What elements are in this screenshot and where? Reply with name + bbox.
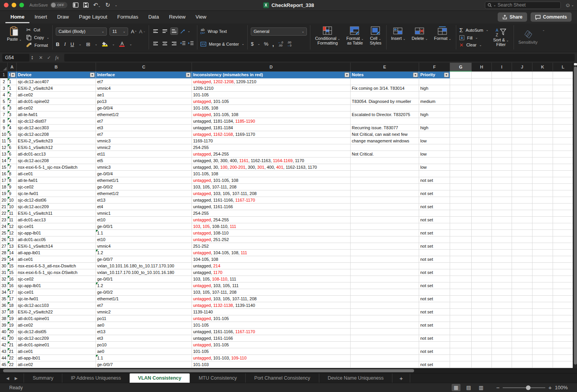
empty-cell[interactable]	[532, 151, 553, 157]
empty-cell[interactable]	[492, 276, 512, 282]
cell-interface[interactable]: ge-0/0/7	[96, 256, 192, 262]
cell-device[interactable]: atl-ce01	[17, 256, 96, 262]
cell-priority[interactable]: not set	[419, 269, 450, 276]
row-header-44[interactable]: 44	[0, 354, 8, 361]
empty-cell[interactable]	[492, 236, 512, 243]
ribbon-tab-insert[interactable]: Insert	[29, 11, 52, 23]
empty-cell[interactable]	[492, 348, 512, 354]
align-bottom-icon[interactable]	[171, 28, 178, 34]
delete-cells-button[interactable]: Delete ⌄	[410, 26, 430, 49]
zoom-window-button[interactable]	[19, 3, 24, 7]
cell-inconsistency[interactable]: untagged, 1161-1166, 1167-1170	[192, 197, 351, 203]
empty-cell[interactable]	[532, 164, 553, 170]
cell-notes[interactable]	[351, 104, 419, 111]
empty-cell[interactable]	[532, 210, 553, 216]
cell-interface[interactable]: et7	[96, 78, 192, 85]
cell-notes[interactable]	[351, 229, 419, 236]
empty-cell[interactable]	[512, 216, 532, 223]
cell-notes[interactable]	[351, 91, 419, 98]
empty-cell[interactable]	[450, 124, 472, 131]
empty-cell[interactable]	[553, 223, 573, 229]
cell-priority[interactable]	[419, 157, 450, 164]
cell-device[interactable]: atl-app-lb01	[17, 249, 96, 256]
cell-notes[interactable]: T83054. Diagnosed by rmueller	[351, 98, 419, 104]
cell-notes[interactable]	[351, 203, 419, 210]
decrease-decimal-icon[interactable]: .00→0	[287, 41, 292, 47]
cell-interface[interactable]: ge-0/0/4	[96, 104, 192, 111]
cell-device[interactable]: sjc-ce02	[17, 276, 96, 282]
empty-cell[interactable]	[512, 157, 532, 164]
currency-icon[interactable]: $	[251, 41, 253, 47]
cell-device[interactable]: nsx-esxi-6-5-1_sjc-nsx-DSwitch	[17, 269, 96, 276]
cell-device[interactable]: nsx-esxi-6-5-3_atl-nsx-Dswitch	[17, 262, 96, 269]
empty-cell[interactable]	[532, 190, 553, 197]
empty-cell[interactable]	[450, 216, 472, 223]
cell-inconsistency[interactable]: untagged, 103, 105, 107-111, 208	[192, 190, 351, 197]
empty-cell[interactable]	[532, 276, 553, 282]
cell-issue-number[interactable]: 4	[8, 118, 17, 124]
empty-cell[interactable]	[492, 216, 512, 223]
cell-inconsistency[interactable]: untagged, 1162-1168, 1169-1170	[192, 131, 351, 137]
column-header-c[interactable]: C	[96, 63, 192, 71]
row-header-9[interactable]: 9	[0, 124, 8, 131]
cell-device[interactable]: sjc-dc12-acc209	[17, 203, 96, 210]
cell-issue-number[interactable]: 11	[8, 216, 17, 223]
row-header-36[interactable]: 36	[0, 302, 8, 308]
cell-issue-number[interactable]: 6	[8, 151, 17, 157]
empty-cell[interactable]	[512, 197, 532, 203]
empty-cell[interactable]	[532, 157, 553, 164]
cell-device[interactable]: sjc-dc12-acc303	[17, 124, 96, 131]
row-header-18[interactable]: 18	[0, 183, 8, 190]
empty-cell[interactable]	[450, 183, 472, 190]
number-format-select[interactable]: General⌄	[251, 27, 307, 36]
empty-cell[interactable]	[532, 249, 553, 256]
ribbon-tab-draw[interactable]: Draw	[52, 11, 74, 23]
empty-cell[interactable]	[512, 203, 532, 210]
empty-cell[interactable]	[532, 282, 553, 289]
horizontal-scrollbar[interactable]	[0, 368, 577, 373]
empty-cell[interactable]	[532, 315, 553, 322]
cell-notes[interactable]: Fix coming on 3/14. T83014	[351, 85, 419, 91]
cell-device[interactable]: atl-ce02	[17, 104, 96, 111]
cell-notes[interactable]	[351, 243, 419, 249]
cell-device[interactable]: sjc-app-lb01	[17, 229, 96, 236]
cell-interface[interactable]: et11	[96, 151, 192, 157]
empty-cell[interactable]	[492, 282, 512, 289]
cell-interface[interactable]: ae1	[96, 91, 192, 98]
cell-interface[interactable]: ge-0/0/4	[96, 170, 192, 177]
cell-issue-number[interactable]: 10	[8, 203, 17, 210]
column-header-a[interactable]: A	[8, 63, 17, 71]
cell-device[interactable]: sjc-dc12-dist07	[17, 118, 96, 124]
empty-cell[interactable]	[472, 157, 492, 164]
borders-icon[interactable]: ⊞	[86, 41, 90, 47]
empty-cell[interactable]	[450, 177, 472, 183]
cell-interface[interactable]: po10	[96, 341, 192, 348]
format-painter-button[interactable]: Format	[26, 43, 49, 48]
empty-cell[interactable]	[450, 190, 472, 197]
empty-cell[interactable]	[492, 111, 512, 118]
empty-cell[interactable]	[553, 216, 573, 223]
empty-cell[interactable]	[450, 236, 472, 243]
filter-dropdown-icon[interactable]: ▼	[10, 72, 15, 77]
font-color-button[interactable]: A	[119, 42, 125, 47]
align-right-icon[interactable]	[171, 40, 178, 47]
empty-cell[interactable]	[532, 295, 553, 302]
empty-cell[interactable]	[492, 157, 512, 164]
empty-cell[interactable]	[472, 335, 492, 341]
empty-cell[interactable]	[553, 315, 573, 322]
empty-cell[interactable]	[450, 144, 472, 151]
empty-cell[interactable]	[492, 78, 512, 85]
cell-issue-number[interactable]: 6	[8, 144, 17, 151]
empty-cell[interactable]	[492, 315, 512, 322]
header-cell-inconsistency[interactable]: Inconsistency (mismatches in red)▼	[192, 71, 351, 78]
cell-inconsistency[interactable]: 101-105	[192, 348, 351, 354]
cell-priority[interactable]: not set	[419, 322, 450, 328]
cell-inconsistency[interactable]: 103, 105, 107-111, 208	[192, 289, 351, 295]
row-header-1[interactable]: 1	[0, 71, 8, 78]
empty-cell[interactable]	[472, 144, 492, 151]
cell-issue-number[interactable]: 21	[8, 341, 17, 348]
format-as-table-button[interactable]: Format ⌄as Table	[345, 26, 365, 49]
cell-interface[interactable]: ge-0/0/7	[96, 361, 192, 368]
cell-issue-number[interactable]: 15	[8, 262, 17, 269]
next-sheet-icon[interactable]: ▶	[15, 376, 18, 380]
